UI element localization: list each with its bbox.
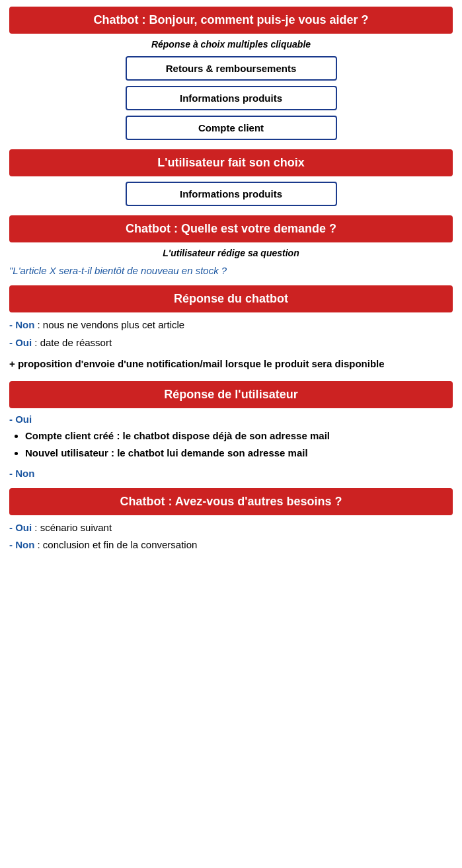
oui-bullet-list: Compte client créé : le chatbot dispose … — [25, 429, 453, 461]
bullet-item-1: Nouvel utilisateur : le chatbot lui dema… — [25, 446, 453, 461]
chatbot-response-banner: Réponse du chatbot — [9, 285, 453, 312]
user-non-label: - Non — [9, 468, 453, 479]
choice-button-products[interactable]: Informations produits — [126, 86, 337, 110]
choice-buttons-container: Retours & remboursements Informations pr… — [9, 56, 453, 140]
subtitle-multiple-choice: Réponse à choix multiples cliquable — [9, 39, 453, 50]
choice-button-account[interactable]: Compte client — [126, 116, 337, 140]
bullet-item-0: Compte client créé : le chatbot dispose … — [25, 429, 453, 444]
chatbot-greeting-banner: Chatbot : Bonjour, comment puis-je vous … — [9, 7, 453, 34]
extra-response-text: + proposition d'envoie d'une notificatio… — [9, 357, 453, 372]
choice-button-returns[interactable]: Retours & remboursements — [126, 56, 337, 81]
user-response-banner: Réponse de l'utilisateur — [9, 381, 453, 408]
final-chatbot-banner: Chatbot : Avez-vous d'autres besoins ? — [9, 488, 453, 515]
user-choice-banner: L'utilisateur fait son choix — [9, 149, 453, 176]
final-non: - Non : conclusion et fin de la conversa… — [9, 538, 453, 553]
response-oui: - Oui : date de réassort — [9, 336, 453, 351]
final-oui: - Oui : scénario suivant — [9, 521, 453, 536]
response-non: - Non : nous ne vendons plus cet article — [9, 318, 453, 333]
selected-choice-button[interactable]: Informations produits — [126, 182, 337, 206]
chatbot-question-banner: Chatbot : Quelle est votre demande ? — [9, 215, 453, 242]
subtitle-user-writes: L'utilisateur rédige sa question — [9, 248, 453, 258]
user-oui-label: - Oui — [9, 414, 453, 425]
user-question-text: "L'article X sera-t-il bientôt de nouvea… — [9, 265, 453, 276]
